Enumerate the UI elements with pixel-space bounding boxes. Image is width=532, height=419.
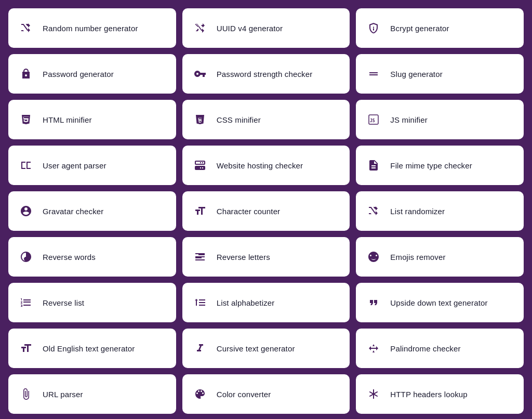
http-headers-lookup[interactable]: HTTP headers lookup bbox=[356, 374, 524, 414]
shield-icon bbox=[366, 21, 381, 35]
upside-down-text-generator[interactable]: Upside down text generator bbox=[356, 283, 524, 322]
cursive-text-generator-label: Cursive text generator bbox=[217, 344, 295, 353]
list-alphabetizer[interactable]: List alphabetizer bbox=[182, 283, 350, 322]
reverse-words[interactable]: Reverse words bbox=[8, 237, 176, 277]
equals-icon bbox=[366, 67, 381, 81]
color-converter-label: Color converter bbox=[217, 390, 271, 399]
random-number-generator[interactable]: Random number generator bbox=[8, 8, 176, 48]
html5-icon bbox=[19, 112, 33, 127]
emojis-remover-label: Emojis remover bbox=[390, 253, 445, 261]
character-counter[interactable]: Character counter bbox=[182, 191, 350, 231]
palindrome-checker-label: Palindrome checker bbox=[390, 344, 460, 353]
upside-down-text-generator-label: Upside down text generator bbox=[390, 298, 487, 307]
emoji-icon bbox=[366, 250, 381, 264]
css-minifier[interactable]: CSS minifier bbox=[182, 100, 350, 139]
reverse-letters[interactable]: Reverse letters bbox=[182, 237, 350, 277]
user-agent-parser-label: User agent parser bbox=[43, 161, 107, 170]
tools-grid: Random number generatorUUID v4 generator… bbox=[8, 8, 524, 419]
color-converter[interactable]: Color converter bbox=[182, 374, 350, 414]
list-alphabetizer-label: List alphabetizer bbox=[217, 298, 275, 307]
font-icon bbox=[193, 204, 207, 218]
file-icon bbox=[366, 158, 381, 173]
password-generator[interactable]: Password generator bbox=[8, 54, 176, 94]
shuffle-icon bbox=[19, 21, 33, 35]
character-counter-label: Character counter bbox=[217, 207, 281, 216]
js-icon: JS bbox=[366, 112, 381, 127]
reverse-letters-label: Reverse letters bbox=[217, 253, 270, 261]
website-hosting-checker-label: Website hosting checker bbox=[217, 161, 303, 170]
uuid-v4-generator[interactable]: UUID v4 generator bbox=[182, 8, 350, 48]
asterisk-icon bbox=[366, 387, 381, 401]
js-minifier-label: JS minifier bbox=[390, 115, 428, 124]
server-icon bbox=[193, 158, 207, 173]
uuid-v4-generator-label: UUID v4 generator bbox=[217, 24, 283, 33]
html-minifier[interactable]: HTML minifier bbox=[8, 100, 176, 139]
old-english-text-generator-label: Old English text generator bbox=[43, 344, 135, 353]
palindrome-checker[interactable]: Palindrome checker bbox=[356, 329, 524, 368]
js-minifier[interactable]: JSJS minifier bbox=[356, 100, 524, 139]
website-hosting-checker[interactable]: Website hosting checker bbox=[182, 146, 350, 185]
html-minifier-label: HTML minifier bbox=[43, 115, 92, 124]
italic-icon bbox=[193, 341, 207, 356]
user-agent-parser[interactable]: User agent parser bbox=[8, 146, 176, 185]
file-mime-type-checker[interactable]: File mime type checker bbox=[356, 146, 524, 185]
shuffle-icon bbox=[366, 204, 381, 218]
lock-icon bbox=[19, 67, 33, 81]
slug-generator[interactable]: Slug generator bbox=[356, 54, 524, 94]
random-number-generator-label: Random number generator bbox=[43, 24, 138, 33]
user-circle-icon bbox=[19, 204, 33, 218]
bcrypt-generator[interactable]: Bcrypt generator bbox=[356, 8, 524, 48]
css3-icon bbox=[193, 112, 207, 127]
columns-icon bbox=[19, 158, 33, 173]
old-english-text-generator[interactable]: Old English text generator bbox=[8, 329, 176, 368]
svg-text:JS: JS bbox=[370, 119, 375, 123]
http-headers-lookup-label: HTTP headers lookup bbox=[390, 390, 468, 399]
slug-generator-label: Slug generator bbox=[390, 70, 443, 78]
font-old-icon bbox=[19, 341, 33, 356]
password-generator-label: Password generator bbox=[43, 70, 114, 78]
list-randomizer-label: List randomizer bbox=[390, 207, 445, 216]
list-ol-icon bbox=[19, 295, 33, 310]
url-parser[interactable]: URL parser bbox=[8, 374, 176, 414]
yin-yang-icon bbox=[19, 250, 33, 264]
palindrome-icon bbox=[366, 341, 381, 356]
url-parser-label: URL parser bbox=[43, 390, 83, 399]
key-icon bbox=[193, 67, 207, 81]
shuffle-alt-icon bbox=[193, 21, 207, 35]
css-minifier-label: CSS minifier bbox=[217, 115, 261, 124]
palette-icon bbox=[193, 387, 207, 401]
password-strength-checker-label: Password strength checker bbox=[217, 70, 313, 78]
emojis-remover[interactable]: Emojis remover bbox=[356, 237, 524, 277]
reverse-list[interactable]: Reverse list bbox=[8, 283, 176, 322]
gravatar-checker[interactable]: Gravatar checker bbox=[8, 191, 176, 231]
file-mime-type-checker-label: File mime type checker bbox=[390, 161, 472, 170]
paperclip-icon bbox=[19, 387, 33, 401]
quote-icon bbox=[366, 295, 381, 310]
align-right-icon bbox=[193, 250, 207, 264]
bcrypt-generator-label: Bcrypt generator bbox=[390, 24, 449, 33]
list-randomizer[interactable]: List randomizer bbox=[356, 191, 524, 231]
password-strength-checker[interactable]: Password strength checker bbox=[182, 54, 350, 94]
reverse-list-label: Reverse list bbox=[43, 298, 84, 307]
reverse-words-label: Reverse words bbox=[43, 253, 96, 261]
cursive-text-generator[interactable]: Cursive text generator bbox=[182, 329, 350, 368]
gravatar-checker-label: Gravatar checker bbox=[43, 207, 103, 216]
sort-alpha-icon bbox=[193, 295, 207, 310]
